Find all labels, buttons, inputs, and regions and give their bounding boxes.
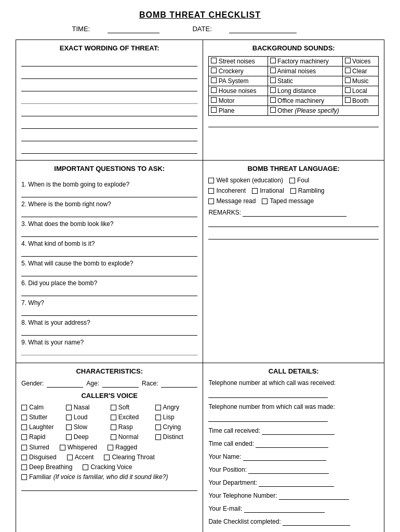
call-field-9: Your E-mail:: [208, 505, 379, 513]
cb-other[interactable]: [270, 107, 276, 113]
cb-local[interactable]: [345, 87, 351, 93]
voice-clearing-throat: Clearing Throat: [104, 454, 155, 461]
extra-row-1: Slurred Whispered Ragged: [21, 444, 197, 451]
cb-ragged[interactable]: [108, 445, 113, 450]
cb-deep[interactable]: [66, 434, 72, 440]
cb-nasal[interactable]: [66, 405, 72, 410]
cb-factory[interactable]: [270, 58, 276, 63]
voice-grid: Calm Nasal Soft Angry Stutter Loud Excit…: [21, 404, 197, 441]
cb-slurred[interactable]: [21, 445, 27, 450]
cb-plane[interactable]: [211, 107, 217, 113]
main-table: EXACT WORDING OF THREAT: BACKGROUND SOUN…: [16, 39, 384, 532]
gender-label: Gender:: [21, 380, 44, 387]
cb-tapedmessage[interactable]: [262, 198, 268, 204]
cb-laughter[interactable]: [21, 424, 27, 430]
cb-calm[interactable]: [21, 405, 27, 410]
cb-static[interactable]: [270, 77, 276, 83]
cb-whispered[interactable]: [60, 445, 65, 450]
voice-nasal: Nasal: [66, 404, 109, 411]
cb-normal[interactable]: [111, 434, 116, 440]
page-title: BOMB THREAT CHECKLIST: [16, 10, 384, 20]
call-field-1-line: [208, 389, 327, 398]
cb-rambling[interactable]: [290, 188, 296, 194]
cb-angry[interactable]: [155, 405, 161, 410]
call-field-5: Your Name:: [208, 453, 379, 461]
extra-voice-items: Slurred Whispered Ragged Disguised Accen…: [21, 444, 197, 491]
characteristics-cell: CHARACTERISTICS: Gender: Age: Race: CALL…: [16, 363, 203, 533]
cb-wellspoken-item: Well spoken (education): [208, 177, 283, 184]
question-3: 3. What does the bomb look like?: [21, 220, 197, 237]
voice-excited: Excited: [111, 414, 153, 421]
cb-stutter[interactable]: [21, 415, 27, 420]
threat-lines: [21, 56, 197, 154]
voice-lisp: Lisp: [155, 414, 198, 421]
gender-field[interactable]: [47, 379, 83, 388]
familiar-row: Familiar (If voice is familiar, who did …: [21, 473, 197, 491]
voice-rapid: Rapid: [21, 433, 64, 441]
cb-incoherent[interactable]: [208, 188, 214, 194]
cb-rasp[interactable]: [111, 424, 116, 430]
call-field-1: Telephone number at which call was recei…: [208, 379, 379, 398]
familiar-line: [21, 483, 197, 491]
cb-distinct[interactable]: [155, 434, 161, 440]
voice-accent: Accent: [67, 454, 94, 461]
age-label: Age:: [86, 380, 99, 387]
cb-animal[interactable]: [270, 68, 276, 73]
call-field-10: Date Checklist completed:: [208, 518, 379, 526]
cb-excited[interactable]: [111, 415, 116, 420]
cb-music[interactable]: [345, 77, 351, 83]
bomb-language-header: BOMB THREAT LANGUAGE:: [208, 165, 379, 172]
cb-foul-item: Foul: [289, 177, 309, 184]
voice-soft: Soft: [111, 404, 153, 411]
age-field[interactable]: [102, 379, 139, 388]
cb-street[interactable]: [211, 58, 217, 63]
cb-booth[interactable]: [345, 97, 351, 103]
race-label: Race:: [142, 380, 158, 387]
cb-messageread[interactable]: [208, 198, 214, 204]
cb-messageread-item: Message read: [208, 197, 256, 205]
question-2: 2. Where is the bomb right now?: [21, 201, 197, 217]
remarks-row: REMARKS:: [208, 209, 379, 217]
cb-familiar-item: Familiar (If voice is familiar, who did …: [21, 473, 197, 481]
cb-cracking-voice[interactable]: [83, 464, 88, 470]
question-9: 9. What is your name?: [21, 339, 197, 355]
cb-soft[interactable]: [111, 405, 116, 410]
cb-loud[interactable]: [66, 415, 72, 420]
cb-accent[interactable]: [67, 455, 73, 460]
question-4: 4. What kind of bomb is it?: [21, 240, 197, 257]
cb-clearing-throat[interactable]: [104, 455, 110, 460]
cb-deep-breathing[interactable]: [21, 464, 27, 470]
cb-longdist[interactable]: [270, 87, 276, 93]
lang-row-1: Well spoken (education) Foul: [208, 177, 379, 184]
cb-office[interactable]: [270, 97, 276, 103]
cb-rapid[interactable]: [21, 434, 27, 440]
cb-disguised[interactable]: [21, 455, 27, 460]
cb-crockery[interactable]: [211, 68, 217, 73]
threat-header: EXACT WORDING OF THREAT:: [21, 44, 197, 52]
gender-age-race-row: Gender: Age: Race:: [21, 379, 197, 388]
remarks-line-2: [208, 230, 379, 240]
cb-clear[interactable]: [345, 68, 351, 73]
call-field-3: Time call received:: [208, 427, 379, 435]
bomb-language-cell: BOMB THREAT LANGUAGE: Well spoken (educa…: [203, 161, 384, 363]
cb-house[interactable]: [211, 87, 217, 93]
voice-deep-breathing: Deep Breathing: [21, 463, 72, 471]
cb-foul[interactable]: [289, 178, 295, 183]
cb-irrational[interactable]: [252, 188, 258, 194]
question-6: 6. Did you place the bomb?: [21, 280, 197, 296]
cb-pa[interactable]: [211, 77, 217, 83]
cb-motor[interactable]: [211, 97, 217, 103]
voice-laughter: Laughter: [21, 423, 64, 431]
voice-calm: Calm: [21, 404, 64, 411]
remarks-label: REMARKS:: [208, 209, 241, 216]
cb-wellspoken[interactable]: [208, 178, 214, 183]
cb-slow[interactable]: [66, 424, 72, 430]
cb-voices[interactable]: [345, 58, 351, 63]
cb-crying[interactable]: [155, 424, 161, 430]
cb-incoherent-item: Incoherent: [208, 187, 246, 194]
cb-familiar[interactable]: [21, 474, 27, 480]
voice-ragged: Ragged: [108, 444, 137, 451]
voice-deep: Deep: [66, 433, 109, 441]
race-field[interactable]: [161, 379, 197, 388]
cb-lisp[interactable]: [155, 415, 161, 420]
